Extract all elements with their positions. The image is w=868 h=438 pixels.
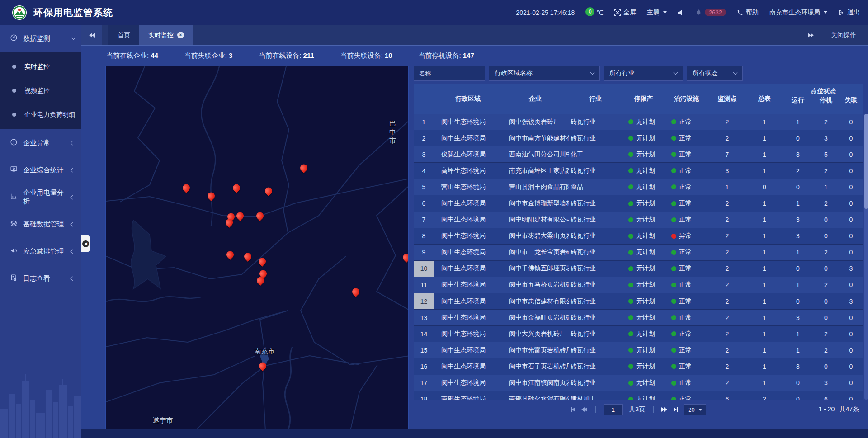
cell-monitor: 2: [708, 130, 746, 146]
cell-total: 1: [746, 261, 783, 277]
stats-icon: [10, 165, 18, 174]
status-text: 无计划: [636, 134, 655, 142]
cell-monitor: 2: [708, 114, 746, 130]
sidebar-item-log-view[interactable]: 日志查看: [0, 265, 81, 292]
sidebar-item-emergency-reduction[interactable]: 应急减排管理: [0, 238, 81, 265]
cell-facility: 正常: [665, 358, 708, 374]
table-row[interactable]: 4高坪生态环境局南充市高坪区王家店建砖瓦行业无计划正常31220: [414, 163, 863, 179]
table-body: 1阆中生态环境局阆中强锐页岩砖厂砖瓦行业无计划正常211202阆中生态环境局阆中…: [414, 114, 863, 400]
table-row[interactable]: 17阆中生态环境局阆中市江南镇阆南页岩砖瓦行业无计划正常21030: [414, 375, 863, 391]
cell-stop: 无计划: [622, 212, 665, 228]
page-size-select[interactable]: 20: [684, 404, 706, 415]
org-selector[interactable]: 南充市生态环境局: [769, 9, 827, 17]
notification-badge[interactable]: 2632: [695, 9, 726, 16]
industry-select[interactable]: 所有行业: [604, 66, 683, 81]
status-text: 正常: [679, 330, 692, 338]
table-row[interactable]: 8阆中生态环境局阆中市枣碧大梁山页岩砖瓦行业无计划异常21300: [414, 228, 863, 245]
region-select[interactable]: 行政区域名称: [489, 66, 600, 81]
status-dot-green: [628, 331, 633, 336]
cell-company: 南部县砂化水泥有限公: [502, 391, 569, 400]
sidebar-item-power-load-detail[interactable]: 企业电力负荷明细: [0, 103, 81, 127]
mute-button[interactable]: [678, 9, 684, 16]
status-text: 无计划: [636, 216, 655, 224]
next-page-button[interactable]: [661, 407, 667, 412]
status-text: 正常: [679, 216, 692, 224]
sidebar-collapse-button[interactable]: ◀: [81, 235, 90, 252]
tab-close-icon[interactable]: [177, 32, 184, 38]
map-panel[interactable]: 巴中市南充市遂宁市: [105, 66, 409, 429]
cell-stop: 无计划: [622, 163, 665, 179]
sidebar-item-realtime-monitor[interactable]: 实时监控: [0, 55, 81, 79]
temperature-indicator: 0 ℃: [585, 9, 604, 16]
cell-num: 17: [414, 375, 434, 391]
page-number-input[interactable]: [604, 404, 623, 415]
sidebar-item-label: 企业综合统计: [23, 166, 66, 174]
table-scrollbar[interactable]: [864, 114, 868, 400]
table-row[interactable]: 14阆中生态环境局阆中大兴页岩机砖厂砖瓦行业无计划正常21120: [414, 326, 863, 342]
pagination-bar: | 共3页 | 20 1 - 20 共47条: [414, 400, 863, 419]
name-search-input[interactable]: [414, 66, 485, 81]
cell-num: 10: [414, 261, 434, 277]
alert-icon: [10, 138, 18, 147]
megaphone-icon: [10, 247, 18, 256]
chevron-down-icon: [698, 409, 702, 411]
table-row[interactable]: 2阆中生态环境局阆中市南方节能建材有砖瓦行业无计划正常21030: [414, 130, 863, 146]
status-text: 正常: [679, 199, 692, 207]
table-row[interactable]: 5营山生态环境局营山县润丰肉食品有限食品无计划正常10010: [414, 179, 863, 195]
cell-monitor: 2: [708, 277, 746, 293]
cell-halt: 0: [813, 310, 839, 325]
tabs-scroll-right-button[interactable]: [808, 33, 814, 38]
cell-industry: 砖瓦行业: [569, 228, 622, 244]
theme-selector[interactable]: 主题: [647, 9, 667, 17]
cell-industry: 砖瓦行业: [569, 114, 622, 130]
status-dot-green: [628, 168, 633, 173]
table-row[interactable]: 18南部生态环境局南部县砂化水泥有限公建材加工无计划正常62060: [414, 391, 863, 400]
table-row[interactable]: 15阆中生态环境局阆中市光富页岩机砖厂砖瓦行业无计划正常21120: [414, 342, 863, 358]
cell-industry: 建材加工: [569, 391, 622, 400]
status-dot-green: [628, 266, 633, 271]
table-row[interactable]: 9阆中生态环境局阆中市二龙长宝页岩砖砖瓦行业无计划正常21120: [414, 245, 863, 261]
status-dot-green: [628, 234, 633, 239]
cell-num: 4: [414, 163, 434, 179]
status-dot-green: [671, 168, 676, 173]
table-row[interactable]: 10阆中生态环境局阆中千佛镇五郎垭页岩砖瓦行业无计划正常21003: [414, 261, 863, 277]
cell-lost: 0: [839, 130, 863, 146]
table-row[interactable]: 6阆中生态环境局阆中市金博瑞新型墙材砖瓦行业无计划正常21120: [414, 195, 863, 212]
cell-industry: 砖瓦行业: [569, 342, 622, 358]
fullscreen-button[interactable]: 全屏: [614, 9, 636, 17]
sidebar-item-power-analysis[interactable]: 企业用电量分析: [0, 184, 81, 211]
last-page-button[interactable]: [674, 407, 678, 412]
sidebar-item-enterprise-statistics[interactable]: 企业综合统计: [0, 156, 81, 184]
tab-home[interactable]: 首页: [108, 25, 139, 45]
sidebar-item-video-monitor[interactable]: 视频监控: [0, 79, 81, 103]
close-operations-button[interactable]: 关闭操作: [831, 31, 856, 39]
cell-industry: 砖瓦行业: [569, 130, 622, 146]
table-row[interactable]: 7阆中生态环境局阆中明阳建材有限公司砖瓦行业无计划正常21300: [414, 212, 863, 228]
table-row[interactable]: 11阆中生态环境局阆中市五马桥页岩机砖砖瓦行业无计划正常21120: [414, 277, 863, 293]
scrollbar-thumb[interactable]: [864, 114, 868, 209]
cell-industry: 砖瓦行业: [569, 245, 622, 260]
cell-run: 3: [783, 310, 813, 325]
cell-industry: 砖瓦行业: [569, 358, 622, 374]
table-row[interactable]: 3仪陇生态环境局西南油气田分公司川中化工无计划正常71350: [414, 146, 863, 163]
table-row[interactable]: 12阆中生态环境局阆中市忠信建材有限公砖瓦行业无计划正常21003: [414, 293, 863, 310]
sidebar-item-base-data[interactable]: 基础数据管理: [0, 211, 81, 238]
cell-monitor: 2: [708, 310, 746, 325]
prev-page-button[interactable]: [581, 407, 587, 412]
status-select[interactable]: 所有状态: [687, 66, 743, 81]
tab-realtime-monitor[interactable]: 实时监控: [139, 25, 193, 45]
table-row[interactable]: 1阆中生态环境局阆中强锐页岩砖厂砖瓦行业无计划正常21120: [414, 114, 863, 130]
sidebar-item-enterprise-abnormal[interactable]: 企业异常: [0, 129, 81, 156]
tabs-scroll-left-button[interactable]: [81, 25, 102, 45]
table-row[interactable]: 16阆中生态环境局阆中市石子页岩机砖厂砖瓦行业无计划正常21300: [414, 358, 863, 375]
cell-company: 营山县润丰肉食品有限: [502, 179, 569, 195]
help-button[interactable]: 帮助: [737, 9, 759, 17]
logout-button[interactable]: 退出: [838, 9, 860, 17]
table-row[interactable]: 13阆中生态环境局阆中市金福旺页岩机砖砖瓦行业无计划正常21300: [414, 310, 863, 326]
fullscreen-label: 全屏: [623, 9, 636, 17]
first-page-button[interactable]: [571, 407, 575, 412]
sidebar-item-data-monitoring[interactable]: 数据监测: [0, 25, 81, 52]
cell-facility: 正常: [665, 261, 708, 277]
cell-total: 1: [746, 277, 783, 293]
cell-facility: 正常: [665, 391, 708, 400]
